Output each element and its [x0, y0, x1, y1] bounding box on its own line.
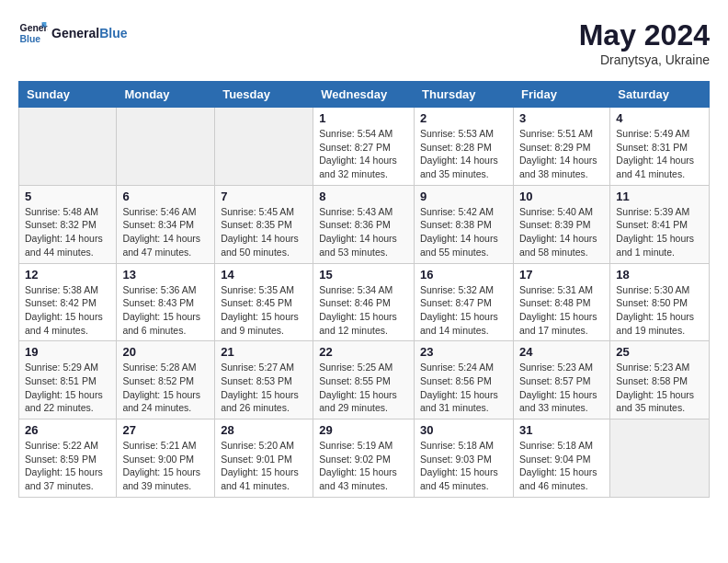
- day-number: 14: [221, 268, 307, 282]
- column-header-monday: Monday: [117, 82, 215, 108]
- day-cell: [215, 108, 313, 186]
- day-number: 2: [420, 111, 507, 125]
- day-cell: 12Sunrise: 5:38 AMSunset: 8:42 PMDayligh…: [19, 263, 117, 341]
- week-row-3: 12Sunrise: 5:38 AMSunset: 8:42 PMDayligh…: [19, 263, 710, 341]
- day-cell: 8Sunrise: 5:43 AMSunset: 8:36 PMDaylight…: [313, 185, 415, 263]
- day-info: Sunrise: 5:42 AMSunset: 8:38 PMDaylight:…: [420, 205, 507, 259]
- day-number: 3: [519, 111, 604, 125]
- day-cell: [117, 108, 215, 186]
- day-cell: 27Sunrise: 5:21 AMSunset: 9:00 PMDayligh…: [117, 419, 215, 498]
- week-row-4: 19Sunrise: 5:29 AMSunset: 8:51 PMDayligh…: [19, 341, 710, 419]
- day-info: Sunrise: 5:31 AMSunset: 8:48 PMDaylight:…: [519, 283, 604, 338]
- day-number: 15: [319, 268, 408, 282]
- day-cell: 29Sunrise: 5:19 AMSunset: 9:02 PMDayligh…: [313, 419, 415, 498]
- day-cell: 23Sunrise: 5:24 AMSunset: 8:56 PMDayligh…: [415, 341, 514, 419]
- day-cell: 4Sunrise: 5:49 AMSunset: 8:31 PMDaylight…: [610, 108, 710, 186]
- calendar-header-row: SundayMondayTuesdayWednesdayThursdayFrid…: [19, 82, 710, 108]
- day-info: Sunrise: 5:39 AMSunset: 8:41 PMDaylight:…: [616, 205, 703, 259]
- day-info: Sunrise: 5:24 AMSunset: 8:56 PMDaylight:…: [420, 361, 507, 415]
- day-info: Sunrise: 5:30 AMSunset: 8:50 PMDaylight:…: [616, 283, 703, 338]
- column-header-tuesday: Tuesday: [215, 82, 313, 108]
- day-number: 7: [221, 190, 307, 203]
- week-row-1: 1Sunrise: 5:54 AMSunset: 8:27 PMDaylight…: [19, 108, 710, 186]
- day-cell: 6Sunrise: 5:46 AMSunset: 8:34 PMDaylight…: [117, 185, 215, 263]
- day-cell: 2Sunrise: 5:53 AMSunset: 8:28 PMDaylight…: [415, 108, 514, 186]
- day-cell: 19Sunrise: 5:29 AMSunset: 8:51 PMDayligh…: [19, 341, 117, 419]
- day-info: Sunrise: 5:32 AMSunset: 8:47 PMDaylight:…: [420, 283, 507, 338]
- day-info: Sunrise: 5:21 AMSunset: 9:00 PMDaylight:…: [122, 439, 209, 493]
- day-number: 17: [519, 268, 604, 282]
- day-cell: 9Sunrise: 5:42 AMSunset: 8:38 PMDaylight…: [415, 185, 514, 263]
- day-info: Sunrise: 5:53 AMSunset: 8:28 PMDaylight:…: [420, 127, 507, 181]
- day-info: Sunrise: 5:19 AMSunset: 9:02 PMDaylight:…: [319, 439, 408, 493]
- day-cell: 5Sunrise: 5:48 AMSunset: 8:32 PMDaylight…: [19, 185, 117, 263]
- day-number: 30: [420, 423, 507, 437]
- day-cell: [610, 419, 710, 498]
- day-number: 24: [519, 345, 604, 359]
- day-cell: 31Sunrise: 5:18 AMSunset: 9:04 PMDayligh…: [513, 419, 609, 498]
- location: Dranytsya, Ukraine: [579, 52, 710, 67]
- day-info: Sunrise: 5:18 AMSunset: 9:04 PMDaylight:…: [519, 439, 604, 493]
- day-number: 28: [221, 423, 307, 437]
- day-number: 8: [319, 190, 408, 203]
- day-number: 20: [122, 345, 209, 359]
- day-cell: 24Sunrise: 5:23 AMSunset: 8:57 PMDayligh…: [513, 341, 609, 419]
- logo: General Blue GeneralBlue: [18, 18, 127, 48]
- day-info: Sunrise: 5:43 AMSunset: 8:36 PMDaylight:…: [319, 205, 408, 259]
- month-title: May 2024: [579, 18, 710, 52]
- day-cell: 30Sunrise: 5:18 AMSunset: 9:03 PMDayligh…: [415, 419, 514, 498]
- column-header-thursday: Thursday: [415, 82, 514, 108]
- day-info: Sunrise: 5:45 AMSunset: 8:35 PMDaylight:…: [221, 205, 307, 259]
- day-info: Sunrise: 5:34 AMSunset: 8:46 PMDaylight:…: [319, 283, 408, 338]
- day-number: 9: [420, 190, 507, 203]
- day-number: 6: [122, 190, 209, 203]
- day-info: Sunrise: 5:54 AMSunset: 8:27 PMDaylight:…: [319, 127, 408, 181]
- day-number: 27: [122, 423, 209, 437]
- column-header-friday: Friday: [513, 82, 609, 108]
- logo-icon: General Blue: [18, 18, 48, 48]
- day-cell: 21Sunrise: 5:27 AMSunset: 8:53 PMDayligh…: [215, 341, 313, 419]
- day-info: Sunrise: 5:28 AMSunset: 8:52 PMDaylight:…: [122, 361, 209, 415]
- day-number: 10: [519, 190, 604, 203]
- day-number: 16: [420, 268, 507, 282]
- day-info: Sunrise: 5:35 AMSunset: 8:45 PMDaylight:…: [221, 283, 307, 338]
- day-number: 31: [519, 423, 604, 437]
- day-number: 11: [616, 190, 703, 203]
- day-cell: 17Sunrise: 5:31 AMSunset: 8:48 PMDayligh…: [513, 263, 609, 341]
- day-number: 26: [25, 423, 110, 437]
- svg-text:Blue: Blue: [20, 34, 41, 44]
- week-row-2: 5Sunrise: 5:48 AMSunset: 8:32 PMDaylight…: [19, 185, 710, 263]
- day-cell: 25Sunrise: 5:23 AMSunset: 8:58 PMDayligh…: [610, 341, 710, 419]
- day-info: Sunrise: 5:46 AMSunset: 8:34 PMDaylight:…: [122, 205, 209, 259]
- day-info: Sunrise: 5:23 AMSunset: 8:58 PMDaylight:…: [616, 361, 703, 415]
- logo-text: GeneralBlue: [51, 26, 127, 40]
- day-info: Sunrise: 5:23 AMSunset: 8:57 PMDaylight:…: [519, 361, 604, 415]
- day-info: Sunrise: 5:40 AMSunset: 8:39 PMDaylight:…: [519, 205, 604, 259]
- day-info: Sunrise: 5:25 AMSunset: 8:55 PMDaylight:…: [319, 361, 408, 415]
- day-cell: 1Sunrise: 5:54 AMSunset: 8:27 PMDaylight…: [313, 108, 415, 186]
- day-number: 22: [319, 345, 408, 359]
- day-info: Sunrise: 5:18 AMSunset: 9:03 PMDaylight:…: [420, 439, 507, 493]
- day-number: 5: [25, 190, 110, 203]
- day-cell: 20Sunrise: 5:28 AMSunset: 8:52 PMDayligh…: [117, 341, 215, 419]
- day-cell: 13Sunrise: 5:36 AMSunset: 8:43 PMDayligh…: [117, 263, 215, 341]
- day-number: 13: [122, 268, 209, 282]
- day-info: Sunrise: 5:36 AMSunset: 8:43 PMDaylight:…: [122, 283, 209, 338]
- day-info: Sunrise: 5:20 AMSunset: 9:01 PMDaylight:…: [221, 439, 307, 493]
- day-cell: 18Sunrise: 5:30 AMSunset: 8:50 PMDayligh…: [610, 263, 710, 341]
- page-header: General Blue GeneralBlue May 2024 Dranyt…: [18, 18, 710, 67]
- column-header-sunday: Sunday: [19, 82, 117, 108]
- column-header-wednesday: Wednesday: [313, 82, 415, 108]
- column-header-saturday: Saturday: [610, 82, 710, 108]
- day-cell: 15Sunrise: 5:34 AMSunset: 8:46 PMDayligh…: [313, 263, 415, 341]
- day-cell: 11Sunrise: 5:39 AMSunset: 8:41 PMDayligh…: [610, 185, 710, 263]
- day-cell: 3Sunrise: 5:51 AMSunset: 8:29 PMDaylight…: [513, 108, 609, 186]
- day-cell: 22Sunrise: 5:25 AMSunset: 8:55 PMDayligh…: [313, 341, 415, 419]
- day-cell: 7Sunrise: 5:45 AMSunset: 8:35 PMDaylight…: [215, 185, 313, 263]
- day-info: Sunrise: 5:27 AMSunset: 8:53 PMDaylight:…: [221, 361, 307, 415]
- day-number: 4: [616, 111, 703, 125]
- day-cell: [19, 108, 117, 186]
- day-info: Sunrise: 5:22 AMSunset: 8:59 PMDaylight:…: [25, 439, 110, 493]
- day-number: 29: [319, 423, 408, 437]
- day-cell: 14Sunrise: 5:35 AMSunset: 8:45 PMDayligh…: [215, 263, 313, 341]
